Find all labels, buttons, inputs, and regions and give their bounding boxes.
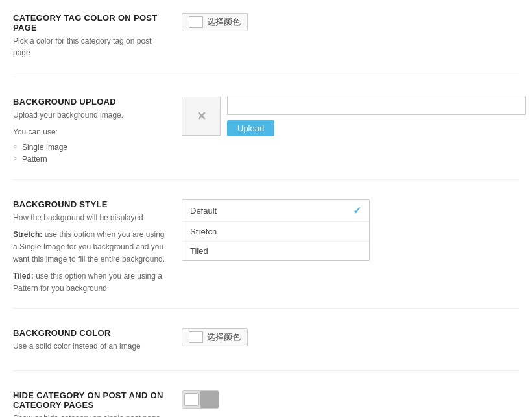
- hide-category-section: HIDE CATEGORY ON POST AND ON CATEGORY PA…: [13, 390, 519, 417]
- hide-category-toggle[interactable]: [182, 390, 219, 409]
- toggle-knob: [184, 393, 199, 406]
- section-layout-style: BACKGROUND STYLE How the background will…: [13, 199, 519, 295]
- section-left-style: BACKGROUND STYLE How the background will…: [13, 199, 169, 295]
- stretch-description: Stretch: use this option when you are us…: [13, 229, 169, 266]
- section-right-upload: ✕ Upload: [182, 97, 526, 136]
- checkmark-icon: ✓: [353, 205, 361, 217]
- section-right-style: Default ✓ Stretch Tiled: [182, 199, 519, 261]
- tiled-text: use this option when you are using a Pat…: [13, 272, 162, 293]
- dropdown-item-label-tiled: Tiled: [190, 246, 208, 256]
- bg-color-picker-label: 选择颜色: [207, 331, 241, 343]
- color-picker-label: 选择颜色: [207, 16, 241, 28]
- section-desc-upload: Upload your background image.: [13, 109, 169, 121]
- section-layout: CATEGORY TAG COLOR ON POST PAGE Pick a c…: [13, 13, 519, 64]
- tiled-bold: Tiled:: [13, 272, 34, 281]
- upload-option-list: Single Image Pattern: [13, 143, 169, 164]
- color-swatch: [189, 16, 203, 28]
- section-title-upload: BACKGROUND UPLOAD: [13, 97, 169, 107]
- background-color-picker[interactable]: 选择颜色: [182, 328, 248, 346]
- upload-file-input[interactable]: [227, 97, 526, 115]
- section-right-color: 选择颜色: [182, 328, 519, 346]
- section-desc-style: How the background will be displayed: [13, 212, 169, 223]
- section-title-style: BACKGROUND STYLE: [13, 199, 169, 209]
- stretch-bold: Stretch:: [13, 230, 42, 239]
- dropdown-item-default[interactable]: Default ✓: [182, 200, 369, 222]
- dropdown-item-tiled[interactable]: Tiled: [182, 242, 369, 260]
- upload-thumbnail: ✕: [182, 97, 221, 136]
- section-title-hide: HIDE CATEGORY ON POST AND ON CATEGORY PA…: [13, 390, 169, 410]
- section-desc-hide: Show or hide category on single post pag…: [13, 412, 169, 417]
- section-left-upload: BACKGROUND UPLOAD Upload your background…: [13, 97, 169, 166]
- category-tag-color-section: CATEGORY TAG COLOR ON POST PAGE Pick a c…: [13, 13, 519, 77]
- dropdown-item-stretch[interactable]: Stretch: [182, 222, 369, 242]
- dropdown-item-label-stretch: Stretch: [190, 227, 217, 236]
- upload-button[interactable]: Upload: [227, 120, 274, 136]
- section-left-hide: HIDE CATEGORY ON POST AND ON CATEGORY PA…: [13, 390, 169, 417]
- section-layout-color: BACKGROUND COLOR Use a solid color inste…: [13, 328, 519, 357]
- section-title-category-tag: CATEGORY TAG COLOR ON POST PAGE: [13, 13, 169, 32]
- toggle-off-side: [182, 391, 200, 408]
- bg-color-swatch: [189, 331, 203, 343]
- section-left: CATEGORY TAG COLOR ON POST PAGE Pick a c…: [13, 13, 169, 64]
- upload-right: Upload: [227, 97, 526, 136]
- category-tag-color-picker[interactable]: 选择颜色: [182, 13, 248, 31]
- section-desc-category-tag: Pick a color for this category tag on po…: [13, 35, 169, 58]
- toggle-on-side: [200, 391, 219, 408]
- option-pattern: Pattern: [13, 155, 169, 164]
- section-desc-bg-color: Use a solid color instead of an image: [13, 340, 169, 352]
- section-right-hide: [182, 390, 519, 409]
- section-title-bg-color: BACKGROUND COLOR: [13, 328, 169, 338]
- section-left-color: BACKGROUND COLOR Use a solid color inste…: [13, 328, 169, 357]
- you-can-use-label: You can use:: [13, 126, 169, 138]
- upload-area: ✕ Upload: [182, 97, 526, 136]
- background-upload-section: BACKGROUND UPLOAD Upload your background…: [13, 97, 519, 180]
- style-dropdown[interactable]: Default ✓ Stretch Tiled: [182, 199, 370, 261]
- background-color-section: BACKGROUND COLOR Use a solid color inste…: [13, 328, 519, 371]
- section-layout-hide: HIDE CATEGORY ON POST AND ON CATEGORY PA…: [13, 390, 519, 417]
- dropdown-item-label-default: Default: [190, 206, 217, 216]
- section-right-category-tag: 选择颜色: [182, 13, 519, 31]
- remove-icon: ✕: [197, 109, 206, 123]
- option-single-image: Single Image: [13, 143, 169, 152]
- section-layout-upload: BACKGROUND UPLOAD Upload your background…: [13, 97, 519, 166]
- tiled-description: Tiled: use this option when you are usin…: [13, 270, 169, 295]
- background-style-section: BACKGROUND STYLE How the background will…: [13, 199, 519, 309]
